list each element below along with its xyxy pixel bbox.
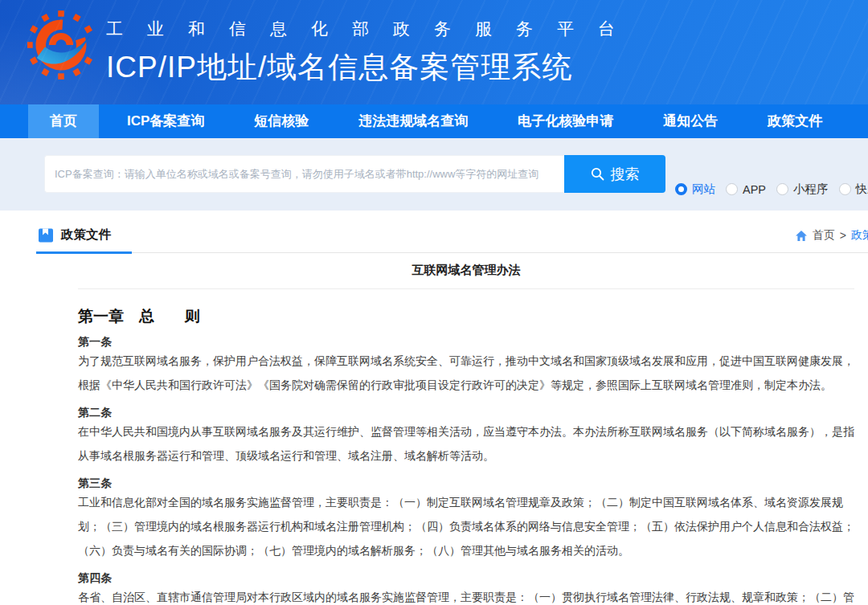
clause-text: 为了规范互联网域名服务，保护用户合法权益，保障互联网域名系统安全、可靠运行，推动… [78,349,854,397]
search-button-label: 搜索 [611,165,640,184]
clause-heading: 第二条 [78,405,854,419]
page: 工业和信息化部政务服务平台 ICP/IP地址/域名信息备案管理系统 首页 ICP… [0,0,868,605]
radio-mini-program[interactable]: 小程序 [776,182,829,197]
platform-title: 工业和信息化部政务服务平台 [106,18,639,40]
home-icon [795,230,808,242]
radio-website-label: 网站 [692,182,715,197]
content-area: 政策文件 首页 > 政策文件 互联网域名管理办法 第一章 总 则 第一条 为了规… [0,211,868,605]
search-section: 搜索 网站 APP 小程序 快应用 [0,138,868,211]
section-tab-label: 政策文件 [61,227,111,243]
search-type-options: 网站 APP 小程序 快应用 [675,138,868,197]
radio-website[interactable]: 网站 [675,182,715,197]
radio-quick-app-label: 快应用 [856,182,868,197]
breadcrumb: 首页 > 政策文件 [795,228,868,252]
clause-text: 工业和信息化部对全国的域名服务实施监督管理，主要职责是：（一）制定互联网域名管理… [78,490,854,562]
radio-quick-app[interactable]: 快应用 [839,182,868,197]
site-header: 工业和信息化部政务服务平台 ICP/IP地址/域名信息备案管理系统 [0,0,868,104]
clause-heading: 第四条 [78,570,854,585]
system-title: ICP/IP地址/域名信息备案管理系统 [106,47,639,88]
clause-heading: 第一条 [78,334,854,349]
radio-app-label: APP [743,183,766,196]
radio-unselected-icon [839,183,851,195]
search-button[interactable]: 搜索 [564,155,665,193]
radio-unselected-icon [726,183,738,195]
clause-text: 在中华人民共和国境内从事互联网域名服务及其运行维护、监督管理等相关活动，应当遵守… [78,419,854,468]
search-input[interactable] [44,155,564,193]
radio-unselected-icon [776,183,788,195]
nav-item-policy-documents[interactable]: 政策文件 [746,104,844,138]
clause-text: 各省、自治区、直辖市通信管理局对本行政区域内的域名服务实施监督管理，主要职责是：… [78,585,854,605]
breadcrumb-separator: > [840,229,846,242]
header-titles: 工业和信息化部政务服务平台 ICP/IP地址/域名信息备案管理系统 [106,0,639,88]
clause-heading: 第三条 [78,476,854,490]
radio-app[interactable]: APP [726,182,766,197]
radio-selected-icon [675,183,687,195]
policy-document-icon [38,227,54,243]
gear-e-logo-icon [27,6,95,84]
clause-3: 第三条 工业和信息化部对全国的域名服务实施监督管理，主要职责是：（一）制定互联网… [78,476,854,562]
nav-item-e-verification[interactable]: 电子化核验申请 [496,104,635,138]
article: 互联网域名管理办法 第一章 总 则 第一条 为了规范互联网域名服务，保护用户合法… [36,253,868,605]
article-title: 互联网域名管理办法 [78,253,854,289]
breadcrumb-current: 政策文件 [851,228,868,243]
clause-1: 第一条 为了规范互联网域名服务，保护用户合法权益，保障互联网域名系统安全、可靠运… [78,334,854,397]
search-icon [591,167,604,181]
chapter-heading: 第一章 总 则 [78,307,854,326]
clause-4: 第四条 各省、自治区、直辖市通信管理局对本行政区域内的域名服务实施监督管理，主要… [78,570,854,605]
nav-item-icp-query[interactable]: ICP备案查询 [105,104,226,138]
nav-item-illegal-domain-query[interactable]: 违法违规域名查询 [337,104,489,138]
tab-policy-documents[interactable]: 政策文件 [36,227,132,254]
miit-logo [27,6,95,88]
breadcrumb-home[interactable]: 首页 [813,228,835,243]
clause-2: 第二条 在中华人民共和国境内从事互联网域名服务及其运行维护、监督管理等相关活动，… [78,405,854,468]
radio-mini-program-label: 小程序 [793,182,829,197]
nav-item-notices[interactable]: 通知公告 [641,104,739,138]
main-nav: 首页 ICP备案查询 短信核验 违法违规域名查询 电子化核验申请 通知公告 政策… [0,104,868,138]
nav-item-sms-verify[interactable]: 短信核验 [232,104,330,138]
nav-item-home[interactable]: 首页 [28,104,99,138]
section-tab-row: 政策文件 首页 > 政策文件 [36,211,868,253]
